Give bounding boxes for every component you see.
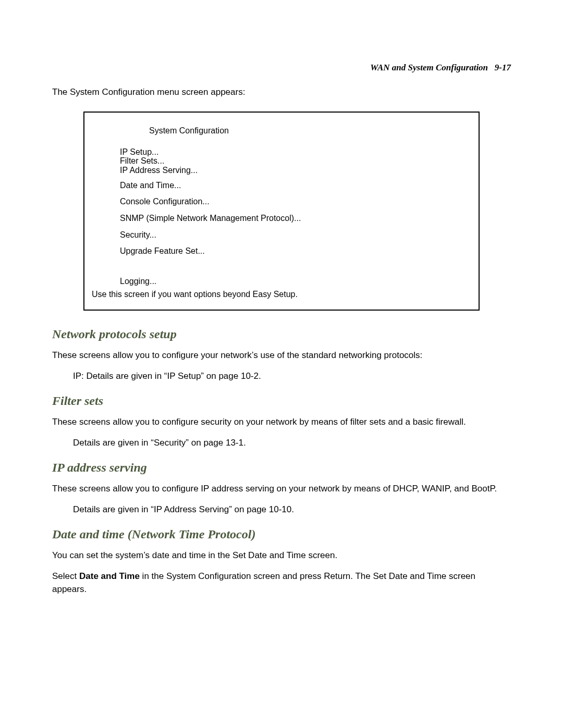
- menu-item-filter-sets[interactable]: Filter Sets...: [120, 156, 471, 165]
- section-date-time: Date and time (Network Time Protocol) Yo…: [52, 527, 511, 596]
- section-network-protocols: Network protocols setup These screens al…: [52, 327, 511, 382]
- paragraph-text: Details are given in “Security” on page …: [52, 436, 511, 450]
- paragraph-text: You can set the system’s date and time i…: [52, 549, 511, 562]
- paragraph-text: These screens allow you to configure IP …: [52, 482, 511, 496]
- paragraph-text: IP: Details are given in “IP Setup” on p…: [52, 369, 511, 383]
- menu-item-logging[interactable]: Logging...: [120, 276, 471, 287]
- paragraph-text: Select Date and Time in the System Confi…: [52, 570, 511, 596]
- menu-item-date-time[interactable]: Date and Time...: [120, 180, 471, 191]
- menu-item-ip-address-serving[interactable]: IP Address Serving...: [120, 166, 471, 175]
- bold-term: Date and Time: [79, 571, 140, 581]
- heading-date-time: Date and time (Network Time Protocol): [52, 527, 511, 541]
- paragraph-text: These screens allow you to configure you…: [52, 349, 511, 362]
- menu-group-network: IP Setup... Filter Sets... IP Address Se…: [120, 147, 471, 175]
- header-title: WAN and System Configuration: [370, 63, 488, 72]
- paragraph-text: These screens allow you to configure sec…: [52, 415, 511, 429]
- intro-paragraph: The System Configuration menu screen app…: [52, 85, 511, 99]
- screen-title: System Configuration: [92, 125, 471, 137]
- screen-help-text: Use this screen if you want options beyo…: [92, 289, 471, 300]
- section-ip-address-serving: IP address serving These screens allow y…: [52, 461, 511, 516]
- document-page: WAN and System Configuration 9-17 The Sy…: [0, 0, 563, 639]
- heading-filter-sets: Filter sets: [52, 394, 511, 408]
- menu-item-upgrade[interactable]: Upgrade Feature Set...: [120, 245, 471, 257]
- menu-item-console-config[interactable]: Console Configuration...: [120, 196, 471, 207]
- heading-ip-address-serving: IP address serving: [52, 461, 511, 475]
- section-filter-sets: Filter sets These screens allow you to c…: [52, 394, 511, 449]
- text-fragment: Select: [52, 571, 79, 581]
- system-config-screen: System Configuration IP Setup... Filter …: [83, 112, 480, 311]
- paragraph-text: Details are given in “IP Address Serving…: [52, 503, 511, 516]
- heading-network-protocols: Network protocols setup: [52, 327, 511, 341]
- screen-menu-items: IP Setup... Filter Sets... IP Address Se…: [92, 147, 471, 287]
- menu-item-snmp[interactable]: SNMP (Simple Network Management Protocol…: [120, 213, 471, 224]
- menu-item-security[interactable]: Security...: [120, 229, 471, 241]
- menu-item-ip-setup[interactable]: IP Setup...: [120, 147, 471, 156]
- header-page-number: 9-17: [495, 63, 511, 72]
- page-header: WAN and System Configuration 9-17: [52, 63, 511, 73]
